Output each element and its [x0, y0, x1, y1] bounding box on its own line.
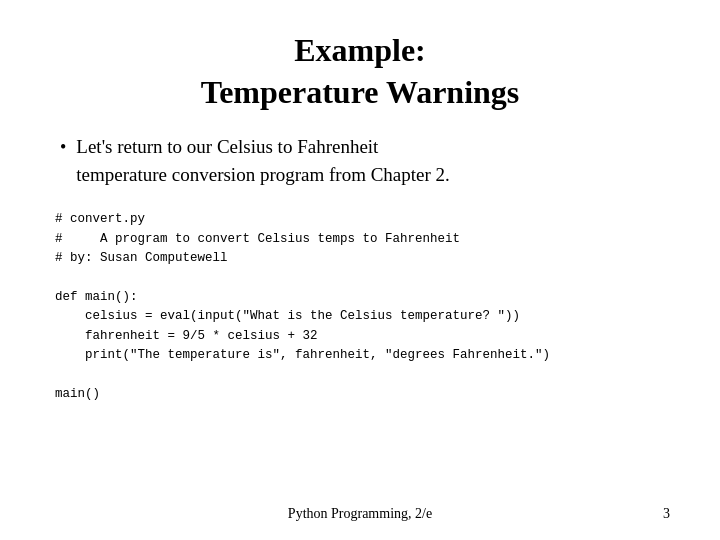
bullet-text: Let's return to our Celsius to Fahrenhei… [76, 133, 450, 188]
bullet-item: • Let's return to our Celsius to Fahrenh… [60, 133, 670, 188]
footer: Python Programming, 2/e 3 [0, 506, 720, 522]
bullet-text-line1: Let's return to our Celsius to Fahrenhei… [76, 136, 378, 157]
title-line2: Temperature Warnings [201, 74, 520, 110]
title-line1: Example: [294, 32, 426, 68]
bullet-section: • Let's return to our Celsius to Fahrenh… [50, 133, 670, 188]
slide: Example: Temperature Warnings • Let's re… [0, 0, 720, 540]
title-block: Example: Temperature Warnings [50, 30, 670, 113]
footer-page-number: 3 [663, 506, 670, 522]
bullet-text-line2: temperature conversion program from Chap… [76, 164, 450, 185]
code-block: # convert.py # A program to convert Cels… [50, 210, 670, 404]
bullet-dot: • [60, 135, 66, 160]
footer-title: Python Programming, 2/e [50, 506, 670, 522]
slide-title: Example: Temperature Warnings [50, 30, 670, 113]
